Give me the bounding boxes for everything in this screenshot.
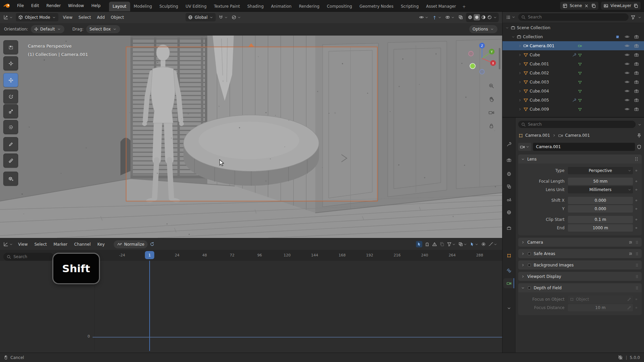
hide-toggle-icon[interactable] [625,88,630,94]
grip-icon[interactable] [635,252,639,256]
outliner-item-Cube.009[interactable]: Cube.009 [502,105,644,114]
viewlayer-selector[interactable]: ViewLayer [601,2,641,10]
fake-user-button[interactable] [637,144,642,149]
timeline-menu-select[interactable]: Select [31,241,50,248]
collapse-icon[interactable] [521,275,525,279]
sliders-icon[interactable] [629,240,633,244]
expand-icon[interactable] [518,53,522,57]
timeline-menu-channel[interactable]: Channel [71,241,94,248]
gizmos-toggle[interactable] [431,14,442,20]
workspace-tab-texture-paint[interactable]: Texture Paint [210,2,244,11]
properties-tabs-more-button[interactable] [503,303,514,313]
timeline-menu-key[interactable]: Key [94,241,108,248]
render-toggle-icon[interactable] [634,43,639,48]
tool-annotate[interactable] [3,137,18,151]
menu-help[interactable]: Help [88,2,103,9]
expand-icon[interactable] [518,89,522,93]
outliner-item-Cube[interactable]: Cube [502,50,644,59]
onion-skin-button[interactable] [425,242,430,247]
properties-editor[interactable]: Search Camera.001 Camera.001 Camera.001 [502,118,644,353]
tool-select-box[interactable] [3,40,18,54]
breadcrumb-data[interactable]: Camera.001 [565,133,590,138]
expand-icon[interactable] [518,71,522,75]
auto-normalize-refresh-button[interactable] [149,241,155,247]
outliner-item-Cube.001[interactable]: Cube.001 [502,59,644,68]
section-checkbox-icon[interactable] [527,286,531,290]
menu-window[interactable]: Window [65,2,87,9]
hide-toggle-icon[interactable] [625,52,630,57]
keyframe-dot-icon[interactable] [634,226,638,230]
frame-label--24[interactable]: -24 [119,253,125,257]
current-frame-indicator[interactable]: 1 [145,251,154,259]
chevDown-icon[interactable] [493,15,497,19]
workspace-tab-shading[interactable]: Shading [244,2,267,11]
shading-solid-button[interactable] [474,14,480,20]
outliner-item-Cube.002[interactable]: Cube.002 [502,68,644,77]
render-toggle-icon[interactable] [634,34,639,39]
grip-icon[interactable] [635,286,639,290]
lock-view-button[interactable] [487,122,496,130]
workspace-tab-animation[interactable]: Animation [267,2,295,11]
outliner-options-button[interactable] [638,15,642,19]
blender-logo-icon[interactable] [3,3,11,9]
section-checkbox-icon[interactable] [527,263,531,267]
outliner-item-Cube.005[interactable]: Cube.005 [502,96,644,105]
eyedropper-icon[interactable] [627,306,631,310]
breadcrumb-object[interactable]: Camera.001 [525,133,550,138]
workspace-tab-uv-editing[interactable]: UV Editing [182,2,210,11]
pan-button[interactable] [487,95,496,104]
shading-material-button[interactable] [481,15,486,20]
field-focal-length[interactable]: 50 mm [568,178,633,185]
render-toggle-icon[interactable] [634,61,639,66]
tool-move[interactable] [3,73,18,87]
frame-label-192[interactable]: 192 [366,253,373,257]
properties-tab-object-data[interactable] [503,278,514,288]
workspace-tab-rendering[interactable]: Rendering [295,2,323,11]
display-settings-button[interactable] [458,242,467,247]
show-gizmo-toggle[interactable] [418,14,429,20]
tool-rotate[interactable] [3,89,18,104]
properties-tab-tool[interactable] [503,139,514,149]
shading-wireframe-button[interactable] [468,15,473,20]
viewport-canvas[interactable]: Camera Perspective (1) Collection | Came… [0,35,502,238]
frame-label-24[interactable]: 24 [175,253,179,257]
outliner-row-collection[interactable]: Collection [502,32,644,41]
menu-edit[interactable]: Edit [28,2,42,9]
proportional-edit-toggle[interactable] [231,14,242,20]
new-viewlayer-icon[interactable] [633,3,638,8]
3d-scene[interactable] [0,35,502,238]
properties-tab-object[interactable] [503,250,514,260]
snap-toggle[interactable] [218,14,229,20]
keyframe-dot-icon[interactable] [634,179,638,183]
lens-panel-header[interactable]: Lens [518,155,642,164]
frame-label-288[interactable]: 288 [476,253,483,257]
field-focus-distance[interactable]: 10 m [568,304,633,311]
expand-icon[interactable] [518,44,522,48]
transform-orientation-dropdown[interactable]: Global [185,13,215,21]
playhead[interactable] [149,261,150,351]
section-header-background-images[interactable]: Background Images [518,260,642,269]
properties-tab-scene[interactable] [503,194,514,204]
workspace-tab-compositing[interactable]: Compositing [323,2,356,11]
render-toggle-icon[interactable] [634,98,639,103]
viewport-menu-select[interactable]: Select [76,14,94,21]
grip-icon[interactable] [634,157,639,162]
shading-rendered-button[interactable] [487,15,492,20]
collapse-icon[interactable] [521,286,525,290]
tool-add-cube[interactable] [3,172,18,186]
field-lens-unit[interactable]: Millimeters [568,186,633,193]
section-header-viewport-display[interactable]: Viewport Display [518,272,642,281]
outliner-row-scene-collection[interactable]: Scene Collection [502,23,644,32]
expand-icon[interactable] [511,35,515,39]
properties-tab-collection[interactable] [503,223,514,233]
viewport-menu-add[interactable]: Add [94,14,107,21]
properties-search-input[interactable]: Search [518,121,636,128]
keyframe-dot-icon[interactable] [634,207,638,211]
frame-label-216[interactable]: 216 [394,253,401,257]
id-name-field[interactable]: Camera.001 [533,143,635,151]
frame-label-240[interactable]: 240 [421,253,428,257]
field-type[interactable]: Perspective [568,167,633,174]
frame-label-264[interactable]: 264 [449,253,456,257]
viewport-3d[interactable]: Object Mode ViewSelectAddObject Global [0,11,502,238]
section-header-safe-areas[interactable]: Safe Areas [518,249,642,258]
